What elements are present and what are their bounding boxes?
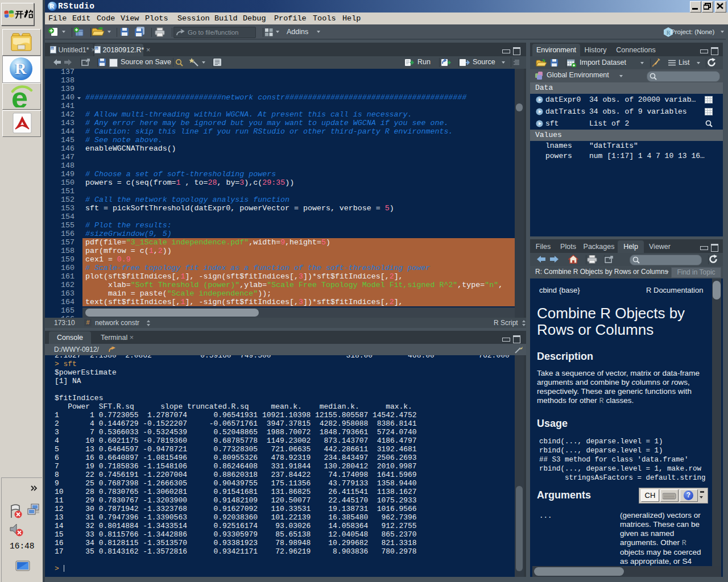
svg-text:R: R (51, 47, 53, 51)
svg-text:e: e (11, 85, 28, 107)
svg-text:R: R (667, 30, 671, 36)
svg-text:R: R (96, 47, 98, 51)
